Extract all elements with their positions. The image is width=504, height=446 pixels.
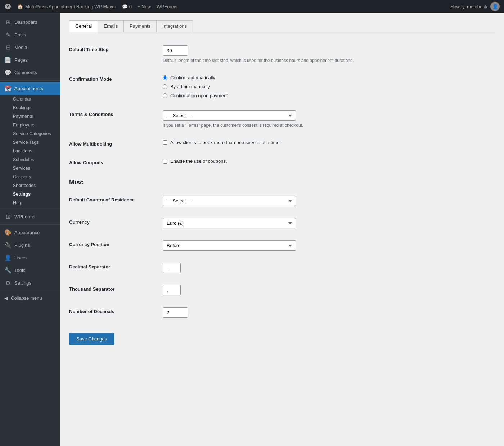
number-of-decimals-row: Number of Decimals xyxy=(69,302,495,324)
sidebar-item-users[interactable]: 👤 Users xyxy=(0,251,60,264)
tools-icon: 🔧 xyxy=(4,267,12,274)
currency-field: Euro (€) xyxy=(163,218,495,228)
tab-general[interactable]: General xyxy=(69,20,98,32)
sidebar-item-settings-main[interactable]: ⚙ Settings xyxy=(0,277,60,289)
currency-position-select[interactable]: Before xyxy=(163,240,296,251)
confirmation-mode-row: Confirmation Mode Confirm automatically … xyxy=(69,69,495,104)
allow-multibooking-field: Allow clients to book more than one serv… xyxy=(163,140,495,145)
number-of-decimals-field xyxy=(163,307,495,318)
sidebar-item-bookings[interactable]: Bookings xyxy=(0,103,60,112)
sidebar-item-employees[interactable]: Employees xyxy=(0,121,60,129)
sidebar-item-comments[interactable]: 💬 Comments xyxy=(0,66,60,79)
default-country-row: Default Country of Residence — Select — xyxy=(69,190,495,212)
home-icon: 🏠 xyxy=(17,4,23,9)
admin-bar: 🏠 MotoPress Appointment Booking WP Mayor… xyxy=(0,0,504,13)
users-icon: 👤 xyxy=(4,254,12,261)
currency-label: Currency xyxy=(69,218,163,225)
terms-conditions-label: Terms & Conditions xyxy=(69,110,163,117)
thousand-separator-input[interactable] xyxy=(163,285,181,295)
sidebar-item-pages[interactable]: 📄 Pages xyxy=(0,54,60,66)
sidebar-item-help[interactable]: Help xyxy=(0,199,60,207)
currency-position-label: Currency Position xyxy=(69,240,163,247)
default-time-step-field: Default length of the time slot step, wh… xyxy=(163,45,495,63)
sidebar-item-coupons[interactable]: Coupons xyxy=(0,173,60,181)
confirmation-auto-radio[interactable] xyxy=(163,75,167,80)
collapse-icon: ◀ xyxy=(4,295,8,301)
sidebar-item-payments[interactable]: Payments xyxy=(0,112,60,121)
sidebar: ⊞ Dashboard ✎ Posts ⊟ Media 📄 Pages 💬 Co… xyxy=(0,13,60,446)
allow-multibooking-checkbox[interactable] xyxy=(163,140,167,145)
sidebar-item-plugins[interactable]: 🔌 Plugins xyxy=(0,239,60,251)
terms-conditions-row: Terms & Conditions — Select — If you set… xyxy=(69,104,495,134)
default-time-step-input[interactable] xyxy=(163,45,188,56)
sidebar-item-appointments[interactable]: 📅 Appointments xyxy=(0,82,60,95)
number-of-decimals-label: Number of Decimals xyxy=(69,307,163,314)
confirmation-payment-radio[interactable] xyxy=(163,93,167,98)
allow-coupons-option[interactable]: Enable the use of coupons. xyxy=(163,159,495,164)
allow-multibooking-option[interactable]: Allow clients to book more than one serv… xyxy=(163,140,495,145)
sidebar-item-service-tags[interactable]: Service Tags xyxy=(0,138,60,147)
decimal-separator-input[interactable] xyxy=(163,263,181,273)
currency-position-row: Currency Position Before xyxy=(69,235,495,257)
allow-multibooking-row: Allow Multibooking Allow clients to book… xyxy=(69,134,495,153)
confirmation-mode-field: Confirm automatically By admin manually … xyxy=(163,75,495,98)
confirmation-manual-radio[interactable] xyxy=(163,84,167,89)
default-time-step-description: Default length of the time slot step, wh… xyxy=(163,58,495,63)
new-button[interactable]: + New xyxy=(138,4,151,9)
wpforms-adminbar-link[interactable]: WPForms xyxy=(157,4,177,9)
misc-heading: Misc xyxy=(69,171,495,190)
sidebar-item-posts[interactable]: ✎ Posts xyxy=(0,28,60,41)
sidebar-item-service-categories[interactable]: Service Categories xyxy=(0,129,60,138)
allow-coupons-checkbox[interactable] xyxy=(163,159,167,164)
menu-separator-3 xyxy=(0,224,60,225)
avatar[interactable]: 👤 xyxy=(490,2,500,11)
allow-multibooking-label: Allow Multibooking xyxy=(69,140,163,147)
default-country-select[interactable]: — Select — xyxy=(163,196,296,206)
sidebar-item-calendar[interactable]: Calendar xyxy=(0,95,60,103)
tab-integrations[interactable]: Integrations xyxy=(156,20,193,32)
terms-conditions-description: If you set a "Terms" page, the customer'… xyxy=(163,123,495,128)
wpforms-icon: ⊞ xyxy=(4,213,12,220)
confirmation-payment-option[interactable]: Confirmation upon payment xyxy=(163,93,495,98)
sidebar-item-media[interactable]: ⊟ Media xyxy=(0,41,60,54)
tab-emails[interactable]: Emails xyxy=(98,20,124,32)
menu-separator-4 xyxy=(0,291,60,291)
sidebar-item-schedules[interactable]: Schedules xyxy=(0,155,60,164)
wp-logo[interactable] xyxy=(4,3,12,10)
confirmation-auto-option[interactable]: Confirm automatically xyxy=(163,75,495,80)
sidebar-item-tools[interactable]: 🔧 Tools xyxy=(0,264,60,277)
settings-tabs: General Emails Payments Integrations xyxy=(69,20,495,32)
adminbar-user: Howdy, motobook 👤 xyxy=(450,2,500,11)
confirmation-manual-option[interactable]: By admin manually xyxy=(163,84,495,89)
thousand-separator-label: Thousand Separator xyxy=(69,285,163,292)
site-name[interactable]: 🏠 MotoPress Appointment Booking WP Mayor xyxy=(17,4,116,9)
currency-select[interactable]: Euro (€) xyxy=(163,218,296,228)
appointments-icon: 📅 xyxy=(4,85,12,92)
appearance-icon: 🎨 xyxy=(4,229,12,236)
sidebar-item-services[interactable]: Services xyxy=(0,164,60,173)
allow-coupons-label: Allow Coupons xyxy=(69,159,163,165)
sidebar-item-appearance[interactable]: 🎨 Appearance xyxy=(0,226,60,239)
collapse-menu-button[interactable]: ◀ Collapse menu xyxy=(0,293,60,304)
comments-icon: 💬 xyxy=(122,4,128,9)
default-country-field: — Select — xyxy=(163,196,495,206)
save-changes-button[interactable]: Save Changes xyxy=(69,333,114,345)
main-content: General Emails Payments Integrations Def… xyxy=(60,13,504,446)
tab-payments[interactable]: Payments xyxy=(123,20,157,32)
comments-button[interactable]: 💬 0 xyxy=(122,4,132,9)
comments-nav-icon: 💬 xyxy=(4,69,12,76)
default-country-label: Default Country of Residence xyxy=(69,196,163,202)
sidebar-item-wpforms[interactable]: ⊞ WPForms xyxy=(0,210,60,223)
confirmation-radio-group: Confirm automatically By admin manually … xyxy=(163,75,495,98)
media-icon: ⊟ xyxy=(4,44,12,51)
sidebar-item-settings[interactable]: Settings xyxy=(0,190,60,199)
decimal-separator-field xyxy=(163,263,495,273)
number-of-decimals-input[interactable] xyxy=(163,307,188,318)
terms-conditions-select[interactable]: — Select — xyxy=(163,110,296,121)
sidebar-item-dashboard[interactable]: ⊞ Dashboard xyxy=(0,16,60,28)
thousand-separator-row: Thousand Separator xyxy=(69,279,495,302)
posts-icon: ✎ xyxy=(4,31,12,38)
sidebar-item-locations[interactable]: Locations xyxy=(0,147,60,155)
sidebar-item-shortcodes[interactable]: Shortcodes xyxy=(0,181,60,190)
allow-coupons-row: Allow Coupons Enable the use of coupons. xyxy=(69,153,495,171)
